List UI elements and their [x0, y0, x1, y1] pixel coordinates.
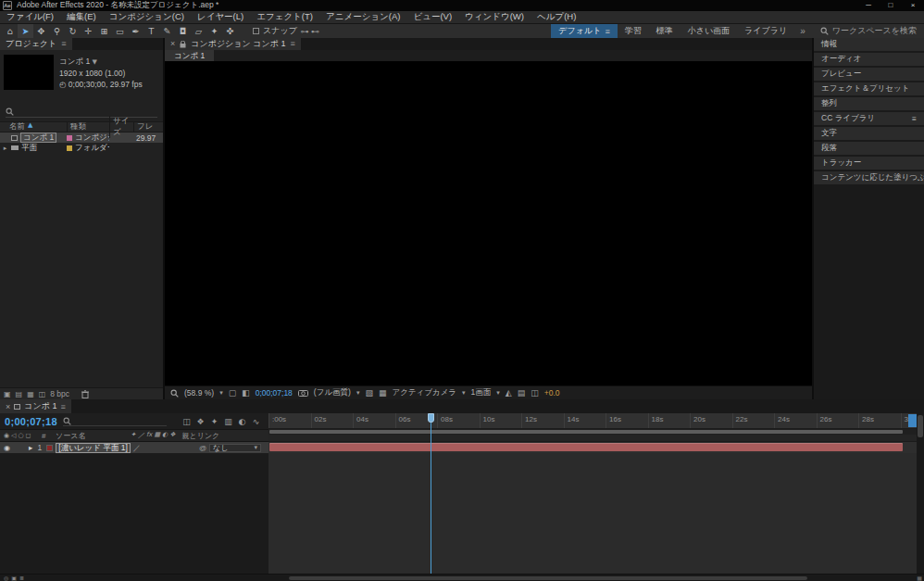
menu-item[interactable]: 編集(E) — [60, 11, 103, 23]
layer-duration-bar[interactable] — [269, 443, 903, 451]
caret-down-icon[interactable]: ▾ — [496, 389, 500, 397]
zoom-tool-icon[interactable]: ⚲ — [49, 24, 65, 38]
video-eye-icon[interactable]: ◉ — [4, 432, 9, 439]
composition-mini-flowchart-icon[interactable]: ◫ — [181, 417, 193, 426]
viewer-tab[interactable]: コンポ 1 — [165, 50, 214, 61]
panel-menu-icon[interactable]: ≡ — [60, 402, 65, 411]
pixel-aspect-icon[interactable]: ◭ — [506, 388, 512, 398]
home-icon[interactable]: ⌂ — [2, 24, 18, 38]
column-layer-number[interactable]: # — [42, 432, 53, 440]
frame-blend-icon[interactable]: ▦ — [154, 431, 160, 440]
workspace-search[interactable]: ワークスペースを検索 — [820, 25, 924, 37]
timeline-vertical-scrollbar[interactable] — [917, 413, 924, 574]
tab-timeline-comp[interactable]: × コンポ 1 ≡ — [0, 399, 71, 413]
panel-menu-icon[interactable]: ≡ — [290, 38, 294, 50]
parent-pickwhip-icon[interactable]: @ — [199, 444, 206, 452]
workspace-tab[interactable]: ライブラリ ≡ — [737, 24, 794, 38]
shape-tool-icon[interactable]: ▭ — [112, 24, 128, 38]
roto-brush-tool-icon[interactable]: ✦ — [206, 24, 222, 38]
panel-menu-icon[interactable]: ≡ — [61, 38, 66, 50]
project-row-composition[interactable]: コンポ 1 コンポジション 29.97 — [0, 133, 163, 143]
draft-3d-icon[interactable]: ❖ — [194, 417, 206, 426]
tab-composition[interactable]: × コンポジション コンポ 1 ≡ — [165, 38, 301, 50]
column-name[interactable]: 名前 ▲ — [0, 121, 67, 133]
resize-grip-icon[interactable]: ▦ — [917, 575, 924, 581]
flowchart-button-icon[interactable]: ◫ — [531, 388, 539, 398]
expander-icon[interactable]: ▸ — [2, 145, 8, 152]
caret-down-icon[interactable]: ▾ — [356, 389, 360, 397]
toggle-switches-icon[interactable]: ≣ — [19, 575, 24, 581]
playhead-line[interactable] — [431, 413, 431, 574]
column-parent-link[interactable]: 親とリンク — [182, 431, 220, 441]
horizontal-scrollbar-thumb[interactable] — [289, 576, 807, 580]
project-row-folder[interactable]: ▸ 平面 フォルダー — [0, 143, 163, 153]
column-size[interactable]: サイズ — [109, 116, 133, 138]
menu-item[interactable]: レイヤー(L) — [191, 11, 250, 23]
pen-tool-icon[interactable]: ✒ — [128, 24, 144, 38]
snap-option-icon[interactable]: ⊶ — [301, 27, 309, 36]
snap-checkbox[interactable] — [253, 28, 259, 34]
minimize-button[interactable]: ─ — [857, 0, 880, 11]
work-area-range[interactable] — [269, 430, 903, 434]
item-name[interactable]: 平面 — [21, 143, 37, 154]
item-name[interactable]: コンポ 1 — [20, 133, 56, 143]
caret-down-icon[interactable]: ▾ — [462, 389, 466, 397]
workspace-overflow-icon[interactable]: » — [794, 26, 811, 36]
frame-blending-icon[interactable]: ▥ — [222, 417, 234, 426]
project-settings-icon[interactable]: ◫ — [39, 390, 46, 398]
graph-editor-icon[interactable]: ∿ — [250, 417, 262, 426]
puppet-pin-tool-icon[interactable]: ✜ — [222, 24, 238, 38]
current-time-display[interactable]: 0;00;07;18 — [256, 388, 293, 398]
hide-shy-layers-icon[interactable]: ✦ — [208, 417, 220, 426]
timeline-search-field[interactable] — [63, 416, 167, 426]
collapsed-panel-header[interactable]: CC ライブラリ ≡ — [814, 112, 924, 125]
trash-icon[interactable] — [81, 390, 89, 398]
workspace-menu-icon[interactable]: ≡ — [605, 27, 609, 36]
safe-margins-icon[interactable]: ▢ — [229, 388, 237, 398]
close-button[interactable]: × — [902, 0, 924, 11]
quality-switch-icon[interactable]: ／ — [133, 443, 141, 453]
workspace-tab[interactable]: 標準 ≡ — [649, 24, 681, 38]
3d-layer-icon[interactable]: ❖ — [169, 431, 175, 440]
playhead-handle[interactable] — [428, 413, 434, 423]
transparency-grid-icon[interactable]: ▦ — [379, 388, 387, 398]
time-navigator-end[interactable] — [908, 414, 917, 427]
resolution-value[interactable]: (フル画質) — [314, 387, 351, 398]
project-search-field[interactable] — [6, 106, 157, 118]
lock-icon[interactable]: ◻ — [26, 432, 31, 439]
menu-item[interactable]: ビュー(V) — [406, 11, 458, 23]
layer-expander-icon[interactable]: ▸ — [29, 443, 32, 452]
panel-menu-icon[interactable]: ≡ — [912, 114, 917, 123]
toggle-modes-icon[interactable]: ▣ — [11, 575, 17, 581]
collapsed-panel-header[interactable]: 段落 ≡ — [814, 142, 924, 155]
collapsed-panel-header[interactable]: 情報 ≡ — [814, 38, 924, 51]
audio-icon[interactable]: ◁ — [11, 432, 16, 439]
eraser-tool-icon[interactable]: ▱ — [191, 24, 206, 38]
current-time-display[interactable]: 0;00;07;18 — [5, 416, 57, 427]
caret-down-icon[interactable]: ▾ — [219, 389, 223, 397]
new-folder-icon[interactable]: ▤ — [16, 390, 23, 398]
layer-row[interactable]: ◉ ▸ 1 [濃いレッド 平面 1] ／ @ なし ▾ — [0, 442, 268, 453]
tab-project[interactable]: プロジェクト ≡ — [0, 38, 72, 50]
menu-item[interactable]: ウィンドウ(W) — [458, 11, 531, 23]
column-source-name[interactable]: ソース名 — [56, 431, 128, 441]
scrollbar-thumb[interactable] — [918, 415, 923, 437]
brush-tool-icon[interactable]: ✎ — [159, 24, 175, 38]
shy-icon[interactable]: ✦ — [131, 431, 136, 440]
collapsed-panel-header[interactable]: 文字 ≡ — [814, 127, 924, 140]
expand-layers-icon[interactable]: ◎ — [4, 575, 8, 581]
collapsed-panel-header[interactable]: トラッカー ≡ — [814, 157, 924, 170]
workspace-tab[interactable]: 学習 ≡ — [618, 24, 649, 38]
hand-tool-icon[interactable]: ✥ — [33, 24, 49, 38]
menu-item[interactable]: コンポジション(C) — [103, 11, 191, 23]
zoom-value[interactable]: (58.9 %) — [184, 388, 214, 398]
layer-name[interactable]: [濃いレッド 平面 1] — [56, 443, 130, 453]
column-type[interactable]: 種類 — [67, 121, 109, 133]
effects-fx-icon[interactable]: fx — [146, 431, 153, 440]
menu-item[interactable]: エフェクト(T) — [250, 11, 319, 23]
snapshot-camera-icon[interactable] — [298, 389, 308, 397]
menu-item[interactable]: ファイル(F) — [0, 11, 60, 23]
region-of-interest-icon[interactable]: ▧ — [365, 388, 373, 398]
close-tab-icon[interactable]: × — [6, 402, 10, 411]
motion-blur-switch-icon[interactable]: ◐ — [162, 431, 168, 440]
